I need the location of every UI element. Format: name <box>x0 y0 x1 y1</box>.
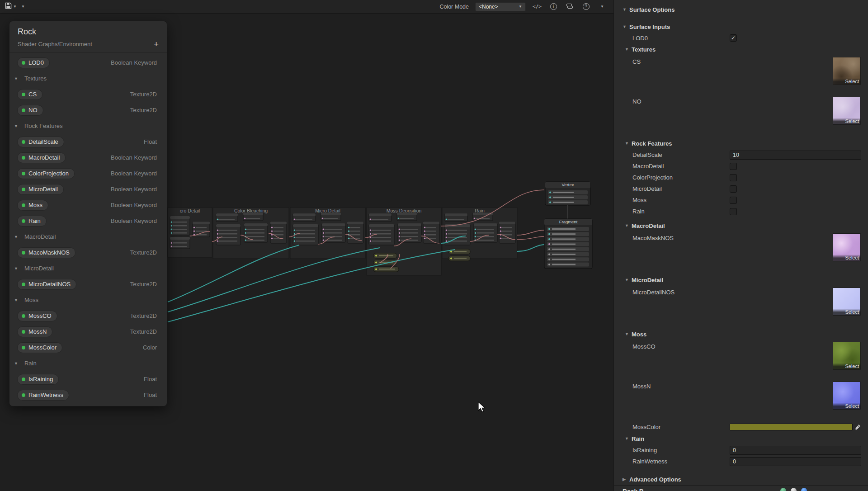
macomasknos-texture-thumbnail[interactable]: Select <box>833 233 861 261</box>
blackboard-property-colorprojection[interactable]: ColorProjectionBoolean Keyword <box>9 165 167 181</box>
foldout-open-icon: ▼ <box>623 24 629 29</box>
select-button[interactable]: Select <box>833 403 860 409</box>
graph-inspector-panel: ▼Surface Options ▼Surface Inputs LOD0 ✓ … <box>613 0 868 491</box>
microdetailnos-texture-thumbnail[interactable]: Select <box>833 288 861 316</box>
row-detailscale: DetailScale <box>614 149 868 161</box>
cs-texture-thumbnail[interactable]: Select <box>833 57 861 85</box>
foldout-open-icon: ▼ <box>623 7 629 12</box>
blackboard-property-rain[interactable]: RainBoolean Keyword <box>9 213 167 229</box>
svg-text:Fragment: Fragment <box>559 219 578 224</box>
blackboard-section-moss[interactable]: ▼Moss <box>9 292 167 308</box>
select-button[interactable]: Select <box>833 255 860 261</box>
section-advanced-options[interactable]: ▶Advanced Options <box>614 473 868 485</box>
mossn-texture-thumbnail[interactable]: Select <box>833 382 861 410</box>
blackboard-subtitle: Shader Graphs/Environment <box>18 41 92 47</box>
info-icon[interactable]: i <box>548 2 558 12</box>
blackboard-section-textures[interactable]: ▼Textures <box>9 71 167 86</box>
foldout-open-icon: ▼ <box>14 361 18 366</box>
preview-sphere-green-icon[interactable] <box>780 488 786 491</box>
no-texture-thumbnail[interactable]: Select <box>833 97 861 125</box>
section-moss[interactable]: ▼Moss <box>614 328 868 340</box>
add-property-button[interactable]: + <box>154 40 159 48</box>
macrodetail-checkbox[interactable] <box>730 163 737 170</box>
rainwetness-input[interactable] <box>730 457 861 466</box>
row-macrodetail: MacroDetail <box>614 161 868 172</box>
blackboard-property-mosscolor[interactable]: MossColorColor <box>9 340 167 355</box>
code-icon[interactable]: </> <box>532 2 542 12</box>
exposed-dot-icon <box>22 93 25 96</box>
blackboard-property-no[interactable]: NOTexture2D <box>9 102 167 118</box>
section-microdetail[interactable]: ▼MicroDetail <box>614 274 868 286</box>
color-mode-value: <None> <box>479 4 498 10</box>
eyedropper-icon[interactable] <box>854 423 862 431</box>
mosscolor-swatch[interactable] <box>730 424 853 430</box>
select-button[interactable]: Select <box>833 363 860 369</box>
save-asset-button[interactable]: ▼ <box>3 1 19 12</box>
exposed-dot-icon <box>22 219 25 223</box>
detailscale-input[interactable] <box>730 151 861 160</box>
blackboard-property-microdetailnos[interactable]: MicroDetailNOSTexture2D <box>9 276 167 292</box>
blackboard-section-microdetail[interactable]: ▼MicroDetail <box>9 260 167 276</box>
section-macrodetail[interactable]: ▼MacroDetail <box>614 220 868 231</box>
row-no-texture: NO Select <box>614 95 868 135</box>
blackboard-property-macomasknos[interactable]: MacoMaskNOSTexture2D <box>9 245 167 260</box>
color-mode-select[interactable]: <None> ▼ <box>475 2 526 11</box>
save-options-dropdown[interactable]: ▼ <box>19 4 27 9</box>
blackboard-property-lod0[interactable]: LOD0Boolean Keyword <box>9 55 167 71</box>
row-colorprojection: ColorProjection <box>614 172 868 183</box>
colorprojection-checkbox[interactable] <box>730 174 737 181</box>
lod0-checkbox[interactable]: ✓ <box>730 34 737 42</box>
blackboard-section-macrodetail[interactable]: ▼MacroDetail <box>9 229 167 245</box>
blackboard-property-israining[interactable]: IsRainingFloat <box>9 371 167 387</box>
row-rainwetness: RainWetness <box>614 456 868 467</box>
blackboard-property-macrodetail[interactable]: MacroDetailBoolean Keyword <box>9 150 167 165</box>
blackboard-rows: LOD0Boolean Keyword ▼Textures CSTexture2… <box>9 53 167 403</box>
blackboard-section-rain[interactable]: ▼Rain <box>9 355 167 371</box>
israining-input[interactable] <box>730 446 861 455</box>
blackboard-property-moss[interactable]: MossBoolean Keyword <box>9 197 167 213</box>
section-surface-options[interactable]: ▼Surface Options <box>614 4 868 15</box>
foldout-closed-icon: ▶ <box>623 477 629 482</box>
blackboard-property-rainwetness[interactable]: RainWetnessFloat <box>9 387 167 403</box>
select-button[interactable]: Select <box>833 118 860 124</box>
blackboard-section-rock-features[interactable]: ▼Rock Features <box>9 118 167 134</box>
section-textures[interactable]: ▼Textures <box>614 43 868 55</box>
exposed-dot-icon <box>22 203 25 207</box>
mossco-texture-thumbnail[interactable]: Select <box>833 342 861 370</box>
exposed-dot-icon <box>22 251 25 255</box>
row-israining: IsRaining <box>614 444 868 456</box>
blackboard-property-cs[interactable]: CSTexture2D <box>9 86 167 102</box>
blackboard-property-mossn[interactable]: MossNTexture2D <box>9 324 167 340</box>
help-icon[interactable]: ? <box>581 2 591 12</box>
exposed-dot-icon <box>22 156 25 160</box>
foldout-open-icon: ▼ <box>625 141 632 146</box>
row-macomasknos-texture: MacoMaskNOS Select <box>614 231 868 271</box>
preview-sphere-blue-icon[interactable] <box>801 488 807 491</box>
svg-text:cro Detail: cro Detail <box>180 208 200 213</box>
blackboard-property-microdetail[interactable]: MicroDetailBoolean Keyword <box>9 181 167 197</box>
select-button[interactable]: Select <box>833 309 860 315</box>
blackboard-panel: Rock Shader Graphs/Environment + LOD0Boo… <box>9 21 167 406</box>
exposed-dot-icon <box>22 378 25 381</box>
row-microdetail: MicroDetail <box>614 183 868 194</box>
exposed-dot-icon <box>22 314 25 318</box>
section-rain[interactable]: ▼Rain <box>614 433 868 444</box>
section-surface-inputs[interactable]: ▼Surface Inputs <box>614 21 868 33</box>
microdetail-checkbox[interactable] <box>730 185 737 193</box>
foldout-open-icon: ▼ <box>625 223 632 228</box>
svg-text:Vertex: Vertex <box>562 182 574 187</box>
exposed-dot-icon <box>22 172 25 175</box>
section-rock-features[interactable]: ▼Rock Features <box>614 137 868 149</box>
row-moss: Moss <box>614 194 868 206</box>
layers-icon[interactable] <box>565 2 575 12</box>
moss-checkbox[interactable] <box>730 197 737 204</box>
row-microdetailnos-texture: MicroDetailNOS Select <box>614 286 868 326</box>
rain-checkbox[interactable] <box>730 208 737 215</box>
select-button[interactable]: Select <box>833 78 860 85</box>
preview-sphere-gray-icon[interactable] <box>791 488 797 491</box>
row-mosscolor: MossColor <box>614 421 868 433</box>
blackboard-property-mossco[interactable]: MossCOTexture2D <box>9 308 167 324</box>
blackboard-property-detailscale[interactable]: DetailScaleFloat <box>9 134 167 150</box>
toolbar-menu-caret-icon[interactable]: ▼ <box>597 2 607 12</box>
graph-region[interactable]: cro DetailColor BleachingMicro DetailMos… <box>0 0 613 491</box>
